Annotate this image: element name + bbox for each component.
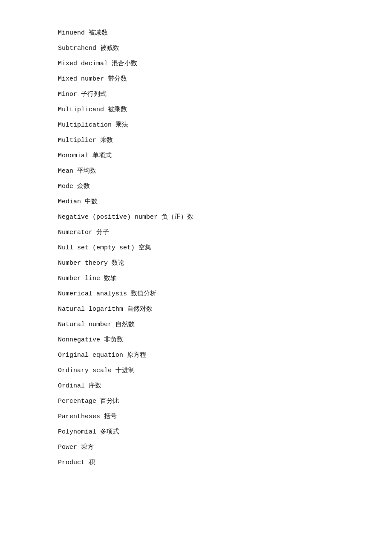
- list-item: Nonnegative 非负数: [58, 332, 334, 348]
- term-chinese: 乘数: [100, 137, 113, 144]
- term-english: Mixed decimal: [58, 60, 108, 67]
- term-english: Polynomial: [58, 428, 96, 436]
- list-item: Subtrahend 被减数: [58, 41, 334, 56]
- term-chinese: 被减数: [100, 45, 119, 52]
- list-item: Percentage 百分比: [58, 394, 334, 409]
- list-item: Natural logarithm 自然对数: [58, 302, 334, 317]
- list-item: Mode 众数: [58, 179, 334, 194]
- term-chinese: 混合小数: [112, 60, 137, 67]
- term-chinese: 序数: [89, 382, 101, 390]
- term-english: Original equation: [58, 352, 123, 359]
- list-item: Ordinary scale 十进制: [58, 363, 334, 379]
- term-english: Minuend: [58, 29, 85, 37]
- term-chinese: 数论: [112, 260, 124, 267]
- term-english: Mode: [58, 183, 73, 190]
- list-item: Null set (empty set) 空集: [58, 240, 334, 256]
- term-chinese: 多项式: [100, 428, 119, 436]
- term-chinese: 积: [89, 459, 95, 466]
- term-chinese: 数轴: [104, 275, 117, 282]
- term-english: Numerator: [58, 229, 92, 236]
- term-chinese: 平均数: [77, 168, 96, 175]
- list-item: Natural number 自然数: [58, 317, 334, 332]
- term-english: Nonnegative: [58, 336, 100, 344]
- list-item: Multiplicand 被乘数: [58, 102, 334, 118]
- term-english: Percentage: [58, 398, 96, 405]
- term-chinese: 非负数: [104, 336, 123, 344]
- term-chinese: 单项式: [92, 152, 112, 159]
- term-english: Mean: [58, 168, 73, 175]
- term-english: Number line: [58, 275, 100, 282]
- list-item: Number line 数轴: [58, 271, 334, 286]
- term-english: Monomial: [58, 152, 89, 159]
- term-english: Minor: [58, 91, 77, 98]
- term-english: Subtrahend: [58, 45, 96, 52]
- term-english: Null set (empty set): [58, 244, 135, 251]
- list-item: Number theory 数论: [58, 256, 334, 271]
- term-english: Power: [58, 444, 77, 451]
- list-item: Median 中数: [58, 194, 334, 210]
- term-chinese: 乘方: [81, 444, 94, 451]
- term-list: Minuend 被减数Subtrahend 被减数Mixed decimal 混…: [58, 26, 334, 471]
- list-item: Minor 子行列式: [58, 87, 334, 102]
- term-chinese: 负（正）数: [161, 214, 193, 221]
- term-english: Multiplicand: [58, 106, 104, 113]
- term-chinese: 自然对数: [127, 306, 153, 313]
- term-english: Multiplication: [58, 121, 112, 129]
- term-english: Natural number: [58, 321, 112, 328]
- term-chinese: 带分数: [108, 75, 127, 83]
- term-chinese: 十进制: [115, 367, 135, 374]
- term-chinese: 百分比: [100, 398, 119, 405]
- term-english: Median: [58, 198, 81, 205]
- list-item: Parentheses 括号: [58, 409, 334, 425]
- term-chinese: 被乘数: [108, 106, 127, 113]
- list-item: Mixed number 带分数: [58, 72, 334, 87]
- term-chinese: 众数: [77, 183, 90, 190]
- term-english: Natural logarithm: [58, 306, 123, 313]
- list-item: Numerator 分子: [58, 225, 334, 240]
- list-item: Ordinal 序数: [58, 379, 334, 394]
- list-item: Multiplication 乘法: [58, 118, 334, 133]
- list-item: Power 乘方: [58, 440, 334, 455]
- term-chinese: 被减数: [89, 29, 108, 37]
- list-item: Numerical analysis 数值分析: [58, 286, 334, 302]
- term-chinese: 括号: [104, 413, 117, 420]
- term-english: Negative (positive) number: [58, 214, 158, 221]
- term-english: Ordinary scale: [58, 367, 112, 374]
- term-chinese: 数值分析: [131, 290, 156, 298]
- list-item: Multiplier 乘数: [58, 133, 334, 148]
- term-chinese: 分子: [96, 229, 109, 236]
- term-chinese: 自然数: [115, 321, 135, 328]
- term-chinese: 原方程: [127, 352, 146, 359]
- list-item: Original equation 原方程: [58, 348, 334, 363]
- term-english: Mixed number: [58, 75, 104, 83]
- term-chinese: 中数: [85, 198, 98, 205]
- list-item: Polynomial 多项式: [58, 425, 334, 440]
- term-english: Number theory: [58, 260, 108, 267]
- term-english: Parentheses: [58, 413, 100, 420]
- list-item: Mean 平均数: [58, 164, 334, 179]
- term-english: Ordinal: [58, 382, 85, 390]
- list-item: Negative (positive) number 负（正）数: [58, 210, 334, 225]
- list-item: Product 积: [58, 455, 334, 471]
- term-english: Numerical analysis: [58, 290, 127, 298]
- list-item: Minuend 被减数: [58, 26, 334, 41]
- list-item: Monomial 单项式: [58, 148, 334, 164]
- term-english: Product: [58, 459, 85, 466]
- term-chinese: 空集: [138, 244, 151, 251]
- list-item: Mixed decimal 混合小数: [58, 56, 334, 72]
- term-chinese: 子行列式: [81, 91, 107, 98]
- term-chinese: 乘法: [115, 121, 128, 129]
- term-english: Multiplier: [58, 137, 96, 144]
